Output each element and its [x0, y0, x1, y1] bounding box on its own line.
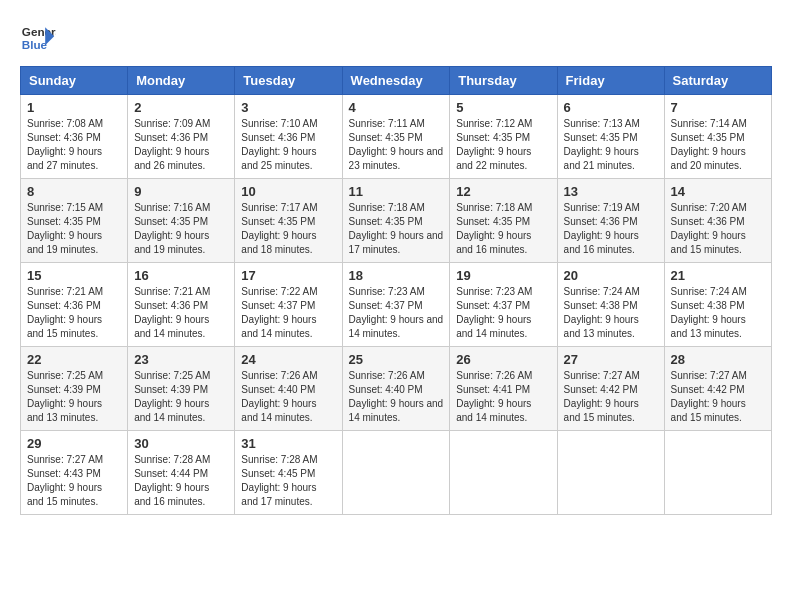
calendar-cell: 28Sunrise: 7:27 AMSunset: 4:42 PMDayligh… [664, 347, 771, 431]
day-info: Sunrise: 7:27 AMSunset: 4:42 PMDaylight:… [564, 370, 640, 423]
calendar-cell: 15Sunrise: 7:21 AMSunset: 4:36 PMDayligh… [21, 263, 128, 347]
calendar-table: SundayMondayTuesdayWednesdayThursdayFrid… [20, 66, 772, 515]
day-number: 8 [27, 184, 121, 199]
calendar-header-tuesday: Tuesday [235, 67, 342, 95]
calendar-header-saturday: Saturday [664, 67, 771, 95]
day-info: Sunrise: 7:23 AMSunset: 4:37 PMDaylight:… [456, 286, 532, 339]
day-number: 3 [241, 100, 335, 115]
day-number: 27 [564, 352, 658, 367]
day-info: Sunrise: 7:18 AMSunset: 4:35 PMDaylight:… [456, 202, 532, 255]
calendar-cell [557, 431, 664, 515]
day-info: Sunrise: 7:21 AMSunset: 4:36 PMDaylight:… [27, 286, 103, 339]
day-number: 4 [349, 100, 444, 115]
day-number: 10 [241, 184, 335, 199]
calendar-header-monday: Monday [128, 67, 235, 95]
calendar-cell: 21Sunrise: 7:24 AMSunset: 4:38 PMDayligh… [664, 263, 771, 347]
day-number: 9 [134, 184, 228, 199]
calendar-header-wednesday: Wednesday [342, 67, 450, 95]
day-number: 1 [27, 100, 121, 115]
calendar-week-3: 15Sunrise: 7:21 AMSunset: 4:36 PMDayligh… [21, 263, 772, 347]
calendar-cell: 5Sunrise: 7:12 AMSunset: 4:35 PMDaylight… [450, 95, 557, 179]
day-info: Sunrise: 7:24 AMSunset: 4:38 PMDaylight:… [671, 286, 747, 339]
day-number: 24 [241, 352, 335, 367]
day-info: Sunrise: 7:12 AMSunset: 4:35 PMDaylight:… [456, 118, 532, 171]
day-info: Sunrise: 7:26 AMSunset: 4:41 PMDaylight:… [456, 370, 532, 423]
calendar-cell: 18Sunrise: 7:23 AMSunset: 4:37 PMDayligh… [342, 263, 450, 347]
day-info: Sunrise: 7:20 AMSunset: 4:36 PMDaylight:… [671, 202, 747, 255]
day-info: Sunrise: 7:25 AMSunset: 4:39 PMDaylight:… [134, 370, 210, 423]
day-info: Sunrise: 7:16 AMSunset: 4:35 PMDaylight:… [134, 202, 210, 255]
day-info: Sunrise: 7:17 AMSunset: 4:35 PMDaylight:… [241, 202, 317, 255]
day-number: 28 [671, 352, 765, 367]
day-info: Sunrise: 7:26 AMSunset: 4:40 PMDaylight:… [349, 370, 444, 423]
day-number: 7 [671, 100, 765, 115]
svg-text:Blue: Blue [22, 38, 48, 51]
calendar-cell: 19Sunrise: 7:23 AMSunset: 4:37 PMDayligh… [450, 263, 557, 347]
calendar-cell: 13Sunrise: 7:19 AMSunset: 4:36 PMDayligh… [557, 179, 664, 263]
day-info: Sunrise: 7:15 AMSunset: 4:35 PMDaylight:… [27, 202, 103, 255]
logo: General Blue [20, 20, 56, 56]
day-number: 29 [27, 436, 121, 451]
calendar-week-4: 22Sunrise: 7:25 AMSunset: 4:39 PMDayligh… [21, 347, 772, 431]
calendar-body: 1Sunrise: 7:08 AMSunset: 4:36 PMDaylight… [21, 95, 772, 515]
calendar-cell [664, 431, 771, 515]
day-info: Sunrise: 7:09 AMSunset: 4:36 PMDaylight:… [134, 118, 210, 171]
page-header: General Blue [20, 20, 772, 56]
day-info: Sunrise: 7:28 AMSunset: 4:44 PMDaylight:… [134, 454, 210, 507]
calendar-week-1: 1Sunrise: 7:08 AMSunset: 4:36 PMDaylight… [21, 95, 772, 179]
calendar-cell: 16Sunrise: 7:21 AMSunset: 4:36 PMDayligh… [128, 263, 235, 347]
calendar-cell: 27Sunrise: 7:27 AMSunset: 4:42 PMDayligh… [557, 347, 664, 431]
day-info: Sunrise: 7:25 AMSunset: 4:39 PMDaylight:… [27, 370, 103, 423]
day-info: Sunrise: 7:13 AMSunset: 4:35 PMDaylight:… [564, 118, 640, 171]
day-number: 22 [27, 352, 121, 367]
calendar-cell: 24Sunrise: 7:26 AMSunset: 4:40 PMDayligh… [235, 347, 342, 431]
day-info: Sunrise: 7:28 AMSunset: 4:45 PMDaylight:… [241, 454, 317, 507]
calendar-header-thursday: Thursday [450, 67, 557, 95]
calendar-cell: 17Sunrise: 7:22 AMSunset: 4:37 PMDayligh… [235, 263, 342, 347]
day-number: 25 [349, 352, 444, 367]
day-number: 13 [564, 184, 658, 199]
calendar-cell: 1Sunrise: 7:08 AMSunset: 4:36 PMDaylight… [21, 95, 128, 179]
day-info: Sunrise: 7:19 AMSunset: 4:36 PMDaylight:… [564, 202, 640, 255]
calendar-cell: 25Sunrise: 7:26 AMSunset: 4:40 PMDayligh… [342, 347, 450, 431]
day-number: 19 [456, 268, 550, 283]
day-number: 30 [134, 436, 228, 451]
day-info: Sunrise: 7:14 AMSunset: 4:35 PMDaylight:… [671, 118, 747, 171]
day-info: Sunrise: 7:26 AMSunset: 4:40 PMDaylight:… [241, 370, 317, 423]
calendar-cell: 31Sunrise: 7:28 AMSunset: 4:45 PMDayligh… [235, 431, 342, 515]
day-info: Sunrise: 7:27 AMSunset: 4:42 PMDaylight:… [671, 370, 747, 423]
calendar-header-sunday: Sunday [21, 67, 128, 95]
day-info: Sunrise: 7:11 AMSunset: 4:35 PMDaylight:… [349, 118, 444, 171]
calendar-cell: 22Sunrise: 7:25 AMSunset: 4:39 PMDayligh… [21, 347, 128, 431]
calendar-week-2: 8Sunrise: 7:15 AMSunset: 4:35 PMDaylight… [21, 179, 772, 263]
day-info: Sunrise: 7:10 AMSunset: 4:36 PMDaylight:… [241, 118, 317, 171]
day-number: 20 [564, 268, 658, 283]
calendar-header-row: SundayMondayTuesdayWednesdayThursdayFrid… [21, 67, 772, 95]
day-number: 14 [671, 184, 765, 199]
day-info: Sunrise: 7:22 AMSunset: 4:37 PMDaylight:… [241, 286, 317, 339]
calendar-cell [450, 431, 557, 515]
day-number: 15 [27, 268, 121, 283]
calendar-cell: 4Sunrise: 7:11 AMSunset: 4:35 PMDaylight… [342, 95, 450, 179]
calendar-cell: 8Sunrise: 7:15 AMSunset: 4:35 PMDaylight… [21, 179, 128, 263]
day-info: Sunrise: 7:27 AMSunset: 4:43 PMDaylight:… [27, 454, 103, 507]
day-number: 26 [456, 352, 550, 367]
day-number: 17 [241, 268, 335, 283]
day-number: 16 [134, 268, 228, 283]
calendar-cell: 11Sunrise: 7:18 AMSunset: 4:35 PMDayligh… [342, 179, 450, 263]
calendar-cell: 12Sunrise: 7:18 AMSunset: 4:35 PMDayligh… [450, 179, 557, 263]
day-info: Sunrise: 7:08 AMSunset: 4:36 PMDaylight:… [27, 118, 103, 171]
calendar-cell [342, 431, 450, 515]
calendar-cell: 30Sunrise: 7:28 AMSunset: 4:44 PMDayligh… [128, 431, 235, 515]
day-info: Sunrise: 7:23 AMSunset: 4:37 PMDaylight:… [349, 286, 444, 339]
calendar-header-friday: Friday [557, 67, 664, 95]
calendar-cell: 29Sunrise: 7:27 AMSunset: 4:43 PMDayligh… [21, 431, 128, 515]
calendar-cell: 3Sunrise: 7:10 AMSunset: 4:36 PMDaylight… [235, 95, 342, 179]
day-number: 21 [671, 268, 765, 283]
day-info: Sunrise: 7:24 AMSunset: 4:38 PMDaylight:… [564, 286, 640, 339]
day-number: 18 [349, 268, 444, 283]
day-info: Sunrise: 7:18 AMSunset: 4:35 PMDaylight:… [349, 202, 444, 255]
calendar-cell: 20Sunrise: 7:24 AMSunset: 4:38 PMDayligh… [557, 263, 664, 347]
day-number: 5 [456, 100, 550, 115]
day-number: 11 [349, 184, 444, 199]
